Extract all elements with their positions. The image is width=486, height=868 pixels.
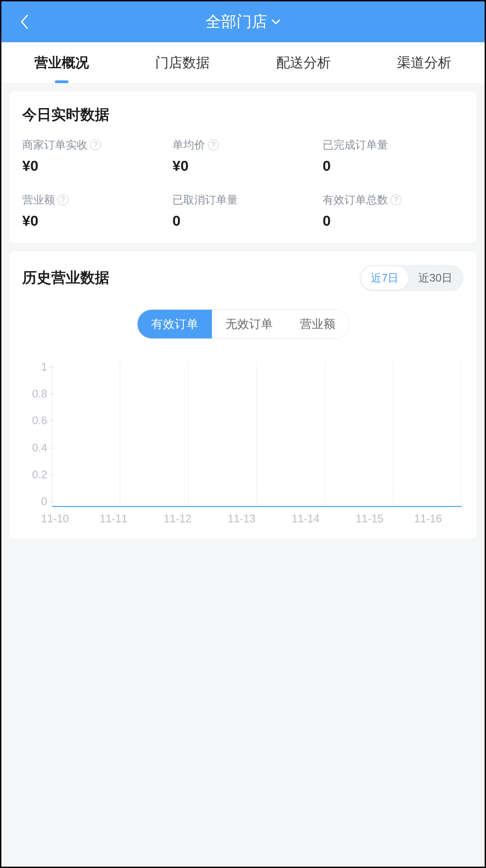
chevron-left-icon	[19, 14, 29, 30]
metric-value: ¥0	[172, 158, 314, 174]
series-invalid-orders[interactable]: 无效订单	[212, 310, 286, 338]
realtime-card: 今日实时数据 商家订单实收 ? ¥0 单均价 ? ¥0 已完成订单量	[10, 91, 476, 243]
metric-label-text: 商家订单实收	[22, 138, 88, 152]
metric-label-text: 营业额	[22, 193, 55, 207]
tab-label: 门店数据	[155, 54, 210, 72]
gridline	[256, 362, 257, 506]
x-tick: 11-13	[228, 512, 255, 525]
chevron-down-icon	[271, 19, 281, 25]
tab-store-data[interactable]: 门店数据	[122, 42, 243, 83]
metric-value: ¥0	[22, 213, 163, 229]
gridline	[52, 362, 52, 506]
gridline	[324, 362, 325, 506]
gridlines	[52, 362, 461, 506]
y-tick: 0.6	[22, 415, 47, 426]
chart: 1 0.8 0.6 0.4 0.2 0 11-10	[22, 362, 464, 525]
metric-label: 单均价 ?	[172, 138, 314, 152]
metric-label-text: 已完成订单量	[323, 138, 388, 152]
realtime-title: 今日实时数据	[22, 105, 464, 125]
content-area: 今日实时数据 商家订单实收 ? ¥0 单均价 ? ¥0 已完成订单量	[1, 83, 485, 555]
metric-value: ¥0	[22, 158, 163, 174]
x-tick: 11-15	[356, 512, 383, 525]
gridline	[393, 362, 393, 506]
gridline	[120, 362, 120, 506]
range-30days[interactable]: 近30日	[408, 266, 462, 290]
range-label: 近7日	[371, 272, 398, 284]
metric-value: 0	[323, 158, 464, 174]
metric-merchant-income: 商家订单实收 ? ¥0	[22, 138, 163, 174]
x-tick: 11-11	[99, 512, 127, 525]
x-tick: 11-12	[163, 512, 191, 525]
app-header: 全部门店	[1, 1, 485, 42]
x-tick: 11-16	[414, 512, 442, 525]
metric-label-text: 有效订单总数	[323, 193, 388, 207]
tab-label: 配送分析	[276, 54, 331, 72]
metric-label: 商家订单实收 ?	[22, 138, 163, 152]
range-7days[interactable]: 近7日	[361, 266, 408, 290]
gridline	[461, 362, 461, 506]
y-tick: 0.4	[22, 442, 47, 453]
tab-delivery[interactable]: 配送分析	[243, 42, 364, 83]
y-tick: 0.2	[22, 469, 47, 480]
help-icon[interactable]: ?	[90, 139, 101, 150]
x-tick: 11-10	[41, 512, 69, 525]
metric-label-text: 已取消订单量	[172, 193, 238, 207]
metric-label: 营业额 ?	[22, 193, 163, 207]
history-title: 历史营业数据	[22, 268, 109, 288]
back-button[interactable]	[15, 13, 33, 31]
metrics-grid: 商家订单实收 ? ¥0 单均价 ? ¥0 已完成订单量 0	[22, 138, 464, 229]
x-axis: 11-10 11-11 11-12 11-13 11-14 11-15 11-1…	[49, 512, 461, 525]
range-toggle: 近7日 近30日	[359, 265, 464, 291]
tab-label: 渠道分析	[397, 54, 452, 72]
tab-label: 营业概况	[34, 54, 89, 72]
main-tabs: 营业概况 门店数据 配送分析 渠道分析	[1, 42, 485, 83]
tab-channel[interactable]: 渠道分析	[364, 42, 485, 83]
metric-label: 已取消订单量	[172, 193, 314, 207]
metric-cancelled-orders: 已取消订单量 0	[172, 193, 314, 229]
help-icon[interactable]: ?	[208, 139, 219, 150]
metric-avg-price: 单均价 ? ¥0	[172, 138, 314, 174]
series-toggle: 有效订单 无效订单 营业额	[22, 309, 464, 339]
history-header: 历史营业数据 近7日 近30日	[22, 265, 464, 291]
metric-label: 有效订单总数 ?	[323, 193, 464, 207]
store-selector[interactable]: 全部门店	[1, 11, 485, 32]
series-label: 有效订单	[151, 317, 198, 331]
metric-value: 0	[323, 213, 464, 229]
y-tick: 0	[22, 496, 47, 507]
metric-label: 已完成订单量	[323, 138, 464, 152]
metric-completed-orders: 已完成订单量 0	[323, 138, 464, 174]
series-turnover[interactable]: 营业额	[286, 310, 349, 338]
series-valid-orders[interactable]: 有效订单	[137, 310, 212, 338]
series-label: 无效订单	[226, 317, 273, 331]
help-icon[interactable]: ?	[391, 194, 402, 205]
series-label: 营业额	[300, 317, 335, 331]
gridline	[188, 362, 189, 506]
metric-label-text: 单均价	[172, 138, 205, 152]
metric-value: 0	[172, 213, 314, 229]
y-axis: 1 0.8 0.6 0.4 0.2 0	[22, 362, 47, 507]
metric-turnover: 营业额 ? ¥0	[22, 193, 163, 229]
tab-overview[interactable]: 营业概况	[1, 42, 122, 83]
series-pill: 有效订单 无效订单 营业额	[137, 309, 349, 339]
history-card: 历史营业数据 近7日 近30日 有效订单 无效订单 营业额 1 0.8 0.6 …	[10, 251, 476, 539]
plot-area	[52, 362, 461, 507]
header-title-text: 全部门店	[206, 11, 267, 32]
metric-valid-orders: 有效订单总数 ? 0	[323, 193, 464, 229]
help-icon[interactable]: ?	[58, 194, 69, 205]
y-tick: 1	[22, 362, 47, 372]
x-tick: 11-14	[292, 512, 319, 525]
y-tick: 0.8	[22, 388, 47, 399]
range-label: 近30日	[418, 272, 452, 284]
